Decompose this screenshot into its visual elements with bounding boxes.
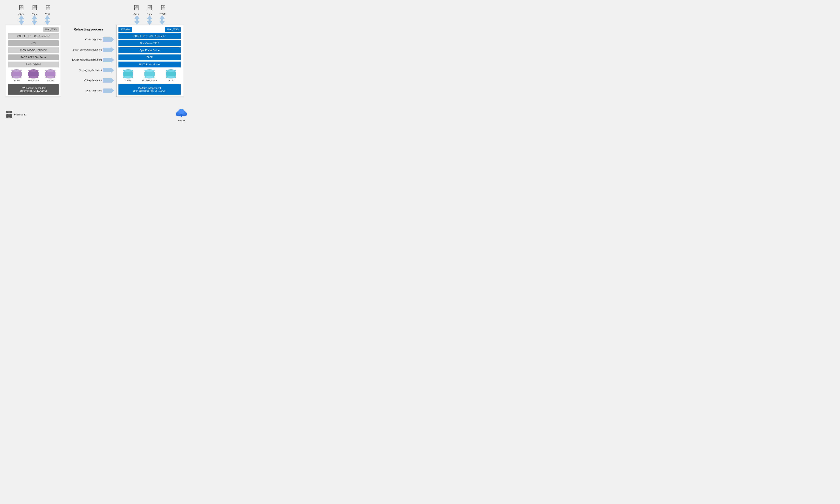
- left-arrow-3: [44, 15, 51, 25]
- hidb-cylinder: [166, 69, 176, 78]
- azure-cloud-icon: [175, 107, 188, 118]
- right-box-top-row: BMS GW Web, WAS: [119, 27, 181, 32]
- cyl-bottom: [45, 76, 55, 78]
- process-security-replacement: Security replacement: [63, 66, 114, 75]
- ims-cylinder: [45, 69, 55, 78]
- left-bottom-text: IBM platform-dependentprotocols (SNA, EB…: [20, 87, 47, 92]
- process-arrow-3: [103, 57, 114, 63]
- process-arrow-6: [103, 88, 114, 93]
- right-section: 🖥 3270 🖥 4GL 🖥 Web: [114, 4, 185, 97]
- right-db-label-2: RDBMS, IDMS: [142, 79, 157, 82]
- right-terminal-label-1: 3270: [134, 12, 139, 15]
- monitor-icon-right-3: 🖥: [159, 4, 167, 12]
- right-terminal-label-2: 4GL: [147, 12, 152, 15]
- process-arrow-1: [103, 37, 114, 42]
- right-terminal-web: 🖥 Web: [159, 4, 167, 15]
- center-section: Rehosting process Code migration Batch s…: [63, 4, 114, 96]
- arrow-down-icon: [32, 21, 37, 25]
- left-box-top-row: Web, WAS: [8, 27, 59, 32]
- arrow-up-icon: [134, 15, 140, 19]
- server-row-3: [6, 116, 12, 118]
- right-web-was-badge: Web, WAS: [165, 27, 181, 32]
- server-row-1: [6, 111, 12, 113]
- left-section: 🖥 3270 🖥 4GL 🖥 Web: [4, 4, 63, 97]
- server-body: [6, 116, 12, 118]
- right-bar-unix: UNIX, Linux, zLinux: [119, 61, 181, 68]
- right-bar-tjes: OpenFrame TJES: [119, 40, 181, 46]
- azure-section: Azure: [175, 107, 188, 122]
- left-terminals-row: 🖥 3270 🖥 4GL 🖥 Web: [15, 4, 52, 15]
- svg-point-5: [178, 109, 185, 114]
- arrow-head: [111, 57, 114, 63]
- left-terminal-label-3: Web: [45, 12, 51, 15]
- server-line: [8, 115, 11, 115]
- process-batch-replacement: Batch system replacement: [63, 45, 114, 54]
- arrow-up-icon: [159, 15, 165, 19]
- cyl-bottom: [144, 76, 155, 78]
- right-db-tsam: TSAM: [123, 69, 133, 82]
- server-lines: [8, 116, 12, 118]
- left-db-row: VSAM Db2, IDMS IMS-DB: [8, 69, 59, 82]
- arrow-body: [103, 89, 111, 93]
- monitor-icon-left-2: 🖥: [31, 4, 38, 12]
- process-label-1: Code migration: [63, 38, 103, 41]
- left-arrows-row: [16, 15, 51, 25]
- right-terminal-label-3: Web: [160, 12, 166, 15]
- arrow-down-icon: [134, 21, 140, 25]
- mainframe-icon: [6, 111, 12, 118]
- server-row-2: [6, 114, 12, 115]
- db2-cylinder: [28, 69, 38, 78]
- process-label-4: Security replacement: [63, 69, 103, 72]
- process-label-6: Data migration: [63, 89, 103, 92]
- right-terminal-4gl: 🖥 4GL: [146, 4, 153, 15]
- right-db-hidb: HiDB: [166, 69, 176, 82]
- process-os-replacement: OS replacement: [63, 76, 114, 85]
- cyl-body: [144, 72, 155, 76]
- arrow-down-icon: [45, 21, 50, 25]
- mainframe-section: Mainframe: [6, 111, 26, 118]
- left-db-db2: Db2, IDMS: [28, 69, 39, 82]
- server-lines: [8, 111, 12, 112]
- left-bar-jes: JES: [8, 40, 59, 46]
- right-db-row: TSAM RDBMS, IDMS HiDB: [119, 69, 181, 82]
- server-dot: [6, 117, 7, 118]
- process-arrow-5: [103, 78, 114, 83]
- arrow-body: [103, 68, 111, 72]
- vsam-cylinder: [12, 69, 22, 78]
- arrow-up-icon: [19, 15, 24, 19]
- left-web-was-badge: Web, WAS: [43, 27, 59, 32]
- left-arrow-1: [18, 15, 25, 25]
- cyl-body: [123, 72, 133, 76]
- monitor-icon-right-2: 🖥: [146, 4, 153, 12]
- right-db-label-1: TSAM: [125, 79, 131, 82]
- process-arrow-2: [103, 47, 114, 53]
- process-arrow-4: [103, 68, 114, 73]
- left-terminal-label-2: 4GL: [32, 12, 37, 15]
- process-code-migration: Code migration: [63, 35, 114, 44]
- arrow-down-icon: [19, 21, 24, 25]
- process-label-2: Batch system replacement: [63, 48, 103, 51]
- tsam-cylinder: [123, 69, 133, 78]
- arrow-head: [111, 88, 114, 93]
- rdbms-cylinder: [144, 69, 155, 78]
- right-bottom-blue-box: Platform-independentopen standards (TCP/…: [119, 84, 181, 95]
- server-line: [8, 117, 11, 118]
- server-dot: [6, 114, 7, 115]
- right-terminal-3270: 🖥 3270: [133, 4, 140, 15]
- cyl-body: [166, 72, 176, 76]
- left-db-ims: IMS-DB: [45, 69, 55, 82]
- left-terminal-4gl: 🖥 4GL: [31, 4, 38, 15]
- left-terminal-web: 🖥 Web: [44, 4, 52, 15]
- right-arrow-2: [146, 15, 153, 25]
- arrow-body: [103, 58, 111, 62]
- arrow-head: [111, 78, 114, 83]
- right-arrows-row: [134, 15, 166, 25]
- monitor-icon-right-1: 🖥: [133, 4, 140, 12]
- server-body: [6, 111, 12, 113]
- left-arrow-2: [31, 15, 38, 25]
- arrow-head: [111, 37, 114, 42]
- right-box: BMS GW Web, WAS COBOL, PL/1, JCL, Assemb…: [116, 25, 183, 97]
- server-dot: [6, 112, 7, 112]
- cyl-bottom: [28, 76, 38, 78]
- right-arrow-3: [159, 15, 166, 25]
